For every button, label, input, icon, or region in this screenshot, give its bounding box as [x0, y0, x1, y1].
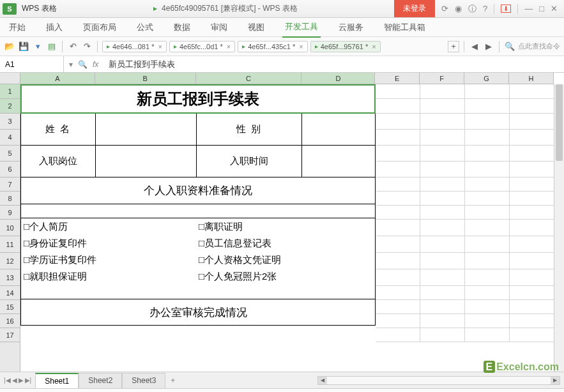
cell-H17[interactable] [510, 328, 554, 342]
cell-H11[interactable] [510, 236, 554, 253]
cells-area[interactable]: 新员工报到手续表 姓 名 性 别 入职岗位 入职时间 个人入职资料准备情况 □个… [20, 84, 554, 372]
cell-F10[interactable] [420, 220, 465, 236]
close-tab-icon[interactable]: × [227, 43, 231, 50]
cell-E14[interactable] [376, 286, 420, 300]
row-header-11[interactable]: 11 [0, 236, 20, 253]
doc-tab-3[interactable]: ▸4e65f...95761 *× [310, 41, 381, 52]
row-header-8[interactable]: 8 [0, 192, 20, 206]
cell-H9[interactable] [510, 206, 554, 220]
cell-E13[interactable] [376, 269, 420, 286]
col-header-C[interactable]: C [196, 73, 302, 84]
menu-item-0[interactable]: 开始 [6, 18, 28, 37]
cell-H12[interactable] [510, 253, 554, 269]
input-position[interactable] [96, 146, 197, 177]
cell-F11[interactable] [420, 236, 465, 253]
cell-H14[interactable] [510, 286, 554, 300]
cell-G15[interactable] [465, 300, 510, 314]
cell-H8[interactable] [510, 192, 554, 206]
row-header-10[interactable]: 10 [0, 220, 20, 236]
cell-E3[interactable] [376, 114, 420, 130]
cell-E10[interactable] [376, 220, 420, 236]
menu-item-8[interactable]: 云服务 [336, 18, 366, 37]
open-icon[interactable]: 📂 [4, 41, 15, 52]
row-header-16[interactable]: 16 [0, 314, 20, 328]
cell-F7[interactable] [420, 177, 465, 192]
cell-H6[interactable] [510, 162, 554, 177]
col-header-H[interactable]: H [509, 73, 554, 84]
undo-icon[interactable]: ↶ [67, 41, 79, 52]
cell-H16[interactable] [510, 314, 554, 328]
check-left-1[interactable]: □身份证复印件 [21, 235, 196, 252]
cell-H2[interactable] [510, 99, 554, 114]
search-hint[interactable]: 点此查找命令 [518, 41, 560, 51]
close-icon[interactable]: ✕ [551, 4, 558, 13]
hscroll-right[interactable]: ▶ [551, 377, 560, 384]
nav-right-icon[interactable]: ▶ [483, 41, 494, 52]
cell-E12[interactable] [376, 253, 420, 269]
check-right-1[interactable]: □员工信息登记表 [196, 235, 375, 252]
cell-E11[interactable] [376, 236, 420, 253]
fx-dropdown-icon[interactable]: ▾ [69, 60, 73, 69]
check-right-3[interactable]: □个人免冠照片2张 [196, 268, 375, 285]
cell-E1[interactable] [376, 84, 420, 99]
col-header-G[interactable]: G [464, 73, 509, 84]
row-header-12[interactable]: 12 [0, 253, 20, 269]
cell-H7[interactable] [510, 177, 554, 192]
section2-header[interactable]: 办公室审核完成情况 [20, 299, 376, 326]
cell-F15[interactable] [420, 300, 465, 314]
cell-G10[interactable] [465, 220, 510, 236]
cell-G12[interactable] [465, 253, 510, 269]
row-header-5[interactable]: 5 [0, 146, 20, 162]
cell-reference-input[interactable]: A1 [0, 56, 64, 72]
cell-G3[interactable] [465, 114, 510, 130]
doc-tab-2[interactable]: ▸4e65f...435c1 *× [238, 41, 307, 52]
col-header-E[interactable]: E [375, 73, 420, 84]
cell-G17[interactable] [465, 328, 510, 342]
row-header-6[interactable]: 6 [0, 162, 20, 177]
preview-icon[interactable]: ▤ [46, 41, 57, 52]
cell-E16[interactable] [376, 314, 420, 328]
add-sheet-button[interactable]: + [165, 373, 180, 388]
cell-E8[interactable] [376, 192, 420, 206]
info-icon[interactable]: ⓘ [468, 3, 476, 15]
check-right-2[interactable]: □个人资格文凭证明 [196, 252, 375, 268]
cell-F5[interactable] [420, 146, 465, 162]
menu-item-1[interactable]: 插入 [43, 18, 65, 37]
help-icon[interactable]: ? [483, 4, 487, 13]
row-header-14[interactable]: 14 [0, 286, 20, 300]
col-header-D[interactable]: D [301, 73, 375, 84]
col-header-F[interactable]: F [420, 73, 464, 84]
cell-G2[interactable] [465, 99, 510, 114]
nav-left-icon[interactable]: ◀ [469, 41, 480, 52]
cell-F13[interactable] [420, 269, 465, 286]
cell-F6[interactable] [420, 162, 465, 177]
cell-H1[interactable] [510, 84, 554, 99]
cell-G14[interactable] [465, 286, 510, 300]
minimize-icon[interactable]: — [524, 4, 533, 13]
cell-E9[interactable] [376, 206, 420, 220]
menu-item-2[interactable]: 页面布局 [80, 18, 119, 37]
cell-F9[interactable] [420, 206, 465, 220]
label-name[interactable]: 姓 名 [21, 114, 96, 146]
cell-F16[interactable] [420, 314, 465, 328]
menu-item-7[interactable]: 开发工具 [282, 17, 321, 38]
cell-G7[interactable] [465, 177, 510, 192]
close-tab-icon[interactable]: × [299, 43, 303, 50]
row-header-1[interactable]: 1 [0, 84, 20, 99]
cell-G6[interactable] [465, 162, 510, 177]
horizontal-scrollbar[interactable]: ◀ ▶ [317, 376, 560, 385]
cell-F17[interactable] [420, 328, 465, 342]
hscroll-left[interactable]: ◀ [318, 377, 327, 384]
cell-G13[interactable] [465, 269, 510, 286]
cell-F12[interactable] [420, 253, 465, 269]
maximize-icon[interactable]: □ [539, 4, 544, 13]
cell-E15[interactable] [376, 300, 420, 314]
save-icon[interactable]: 💾 [18, 41, 29, 52]
cell-F8[interactable] [420, 192, 465, 206]
cell-F3[interactable] [420, 114, 465, 130]
row-header-13[interactable]: 13 [0, 269, 20, 286]
close-tab-icon[interactable]: × [158, 43, 162, 50]
sheet-prev-icon[interactable]: ◀ [12, 377, 17, 384]
cell-G4[interactable] [465, 130, 510, 146]
add-tab-icon[interactable]: + [448, 41, 459, 52]
